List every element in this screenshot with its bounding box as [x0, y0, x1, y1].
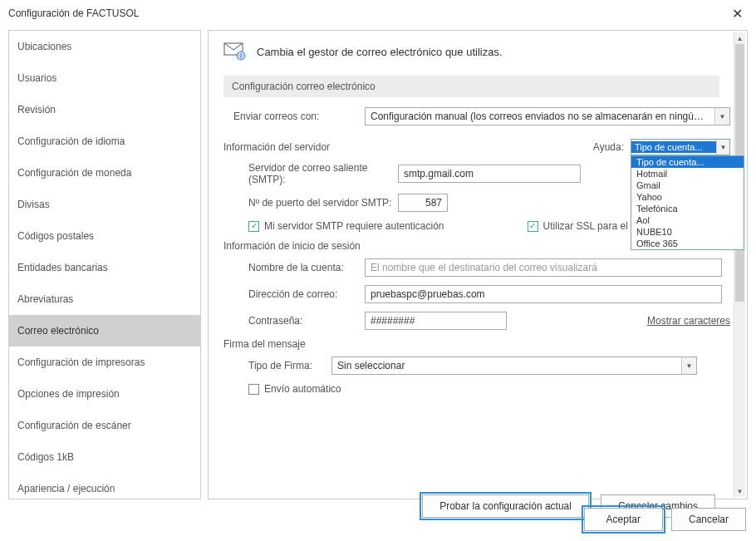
checkbox-checked-icon [528, 221, 538, 232]
scroll-up-arrow-icon[interactable]: ▲ [734, 32, 745, 44]
titlebar: Configuración de FACTUSOL ✕ [0, 0, 756, 27]
sidebar-item-codigos-1kb[interactable]: Códigos 1kB [9, 441, 200, 473]
vertical-scrollbar[interactable]: ▲ ▼ [734, 32, 745, 497]
smtp-server-input[interactable]: smtp.gmail.com [398, 165, 581, 183]
config-dialog: Configuración de FACTUSOL ✕ Ubicaciones … [0, 0, 756, 541]
help-label: Ayuda: [593, 141, 624, 153]
cancel-button[interactable]: Cancelar [671, 508, 746, 531]
mail-globe-icon [223, 42, 247, 61]
content-panel: Cambia el gestor de correo electrónico q… [208, 30, 748, 499]
password-input[interactable]: ######## [365, 312, 507, 330]
checkbox-checked-icon [248, 221, 259, 232]
accept-button[interactable]: Aceptar [584, 508, 663, 531]
checkbox-unchecked-icon [248, 384, 259, 395]
sidebar-item-abreviaturas[interactable]: Abreviaturas [9, 283, 200, 315]
password-label: Contraseña: [223, 315, 365, 327]
account-name-label: Nombre de la cuenta: [223, 262, 365, 273]
dropdown-option-telefonica[interactable]: Telefónica [631, 203, 744, 214]
signature-type-label: Tipo de Firma: [223, 360, 331, 371]
page-header: Cambia el gestor de correo electrónico q… [257, 46, 503, 58]
dropdown-option-gmail[interactable]: Gmail [631, 180, 744, 191]
account-type-selected: Tipo de cuenta... [631, 141, 716, 153]
account-name-input[interactable]: El nombre que el destinatario del correo… [365, 258, 722, 277]
scroll-down-arrow-icon[interactable]: ▼ [734, 485, 745, 497]
smtp-auth-checkbox[interactable]: Mi servidor SMTP requiere autenticación [248, 220, 444, 232]
dropdown-option-tipo[interactable]: Tipo de cuenta... [631, 156, 744, 168]
send-with-value: Configuración manual (los correos enviad… [371, 111, 724, 122]
smtp-server-label: Servidor de correo saliente (SMTP): [223, 162, 398, 185]
sidebar-item-entidades-bancarias[interactable]: Entidades bancarias [9, 252, 200, 283]
show-characters-link[interactable]: Mostrar caracteres [647, 315, 730, 327]
dropdown-option-yahoo[interactable]: Yahoo [631, 191, 744, 203]
sidebar-item-idioma[interactable]: Configuración de idioma [9, 125, 200, 157]
sidebar-item-usuarios[interactable]: Usuarios [9, 62, 200, 94]
auto-send-checkbox[interactable]: Envío automático [248, 383, 341, 395]
dropdown-option-nube10[interactable]: NUBE10 [631, 226, 744, 238]
sidebar-item-revision[interactable]: Revisión [9, 94, 200, 125]
sidebar-item-divisas[interactable]: Divisas [9, 189, 200, 220]
smtp-port-label: Nº de puerto del servidor SMTP: [223, 197, 398, 209]
signature-heading: Firma del mensaje [223, 338, 730, 350]
dropdown-option-office365[interactable]: Office 365 [631, 238, 744, 249]
sidebar-item-impresoras[interactable]: Configuración de impresoras [9, 347, 200, 378]
sidebar-item-codigos-postales[interactable]: Códigos postales [9, 220, 200, 252]
account-type-dropdown: Tipo de cuenta... Hotmail Gmail Yahoo Te… [631, 155, 744, 250]
sidebar-nav: Ubicaciones Usuarios Revisión Configurac… [8, 30, 201, 499]
server-info-heading: Información del servidor [223, 141, 330, 153]
email-address-label: Dirección de correo: [223, 288, 365, 300]
close-icon[interactable]: ✕ [727, 6, 748, 22]
chevron-down-icon: ▼ [716, 140, 729, 155]
sidebar-item-escaner[interactable]: Configuración de escáner [9, 410, 200, 441]
section-strip-email: Configuración correo electrónico [223, 76, 719, 97]
dropdown-option-hotmail[interactable]: Hotmail [631, 168, 744, 180]
chevron-down-icon: ▼ [681, 357, 696, 374]
sidebar-item-moneda[interactable]: Configuración de moneda [9, 157, 200, 189]
send-with-combo[interactable]: Configuración manual (los correos enviad… [365, 107, 730, 125]
send-with-label: Enviar correos con: [223, 111, 365, 122]
email-address-input[interactable]: pruebaspc@pruebas.com [365, 285, 722, 303]
window-title: Configuración de FACTUSOL [8, 7, 727, 19]
sidebar-item-apariencia[interactable]: Apariencia / ejecución [9, 473, 200, 499]
test-config-button[interactable]: Probar la configuración actual [422, 494, 589, 518]
chevron-down-icon: ▼ [714, 108, 729, 125]
sidebar-item-correo-electronico[interactable]: Correo electrónico [9, 315, 200, 347]
smtp-port-input[interactable]: 587 [398, 194, 448, 212]
dropdown-option-aol[interactable]: Aol [631, 214, 744, 226]
sidebar-item-opciones-impresion[interactable]: Opciones de impresión [9, 378, 200, 410]
sidebar-item-ubicaciones[interactable]: Ubicaciones [9, 31, 200, 62]
signature-type-combo[interactable]: Sin seleccionar ▼ [331, 357, 697, 375]
account-type-combo[interactable]: Tipo de cuenta... ▼ Tipo de cuenta... Ho… [631, 139, 730, 155]
